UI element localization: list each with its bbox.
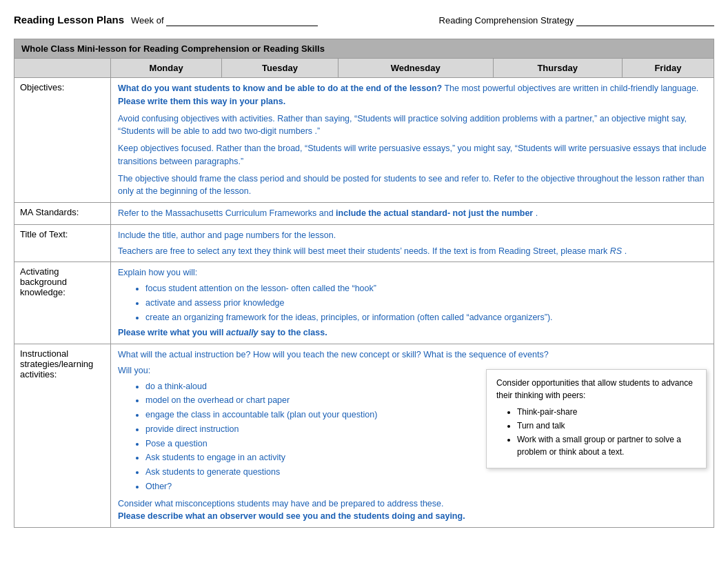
instructional-closing2: Please describe what an observer would s… [118,510,707,523]
title-text-row: Title of Text: Include the title, author… [14,224,714,262]
title-text-content: Include the title, author and page numbe… [111,224,714,262]
activating-bullet-3: create an organizing framework for the i… [145,311,707,324]
col-tuesday: Tuesday [222,59,338,78]
activating-row: Activating background knowledge: Explain… [14,262,714,344]
tooltip-intro: Consider opportunities that allow studen… [496,377,696,402]
tooltip-bullet-2: Turn and talk [517,419,696,432]
title-line2-end: . [625,246,627,256]
activating-closing: Please write what you will actually say … [118,326,707,339]
tooltip-bullet-1: Think-pair-share [517,406,696,418]
activating-closing-italic: actually [226,328,259,337]
col-wednesday: Wednesday [338,59,493,78]
objectives-content: What do you want students to know and be… [111,78,714,203]
col-monday: Monday [111,59,222,78]
page-header: Reading Lesson Plans Week of Reading Com… [14,14,714,26]
activating-content: Explain how you will: focus student atte… [111,262,714,344]
activating-bullet-2: activate and assess prior knowledge [145,297,707,310]
col-friday: Friday [622,59,714,78]
col-label [14,59,111,78]
title-line2: Teachers are free to select any text the… [118,246,610,256]
ma-standards-label: MA Standards: [14,203,111,225]
activating-label: Activating background knowledge: [14,262,111,344]
tooltip-bullet-3: Work with a small group or partner to so… [517,433,696,458]
ma-standards-row: MA Standards: Refer to the Massachusetts… [14,203,714,225]
instructional-row: Instructional strategies/learning activi… [14,344,714,528]
title-text-label: Title of Text: [14,224,111,262]
instructional-bullet-8: Other? [145,480,707,493]
objectives-para1: Avoid confusing objectives with activiti… [118,112,707,139]
objectives-para2: Keep objectives focused. Rather than the… [118,142,707,168]
instructional-inner: What will the actual instruction be? How… [118,348,707,523]
ma-standards-text: Refer to the Massachusetts Curriculum Fr… [118,208,336,218]
objectives-label: Objectives: [14,78,111,203]
activating-intro: Explain how you will: [118,266,707,279]
title-line2-italic: RS [610,246,622,256]
objectives-intro-rest: The most powerful objectives are written… [444,83,698,93]
ma-standards-content: Refer to the Massachusetts Curriculum Fr… [111,203,714,225]
objectives-row: Objectives: What do you want students to… [14,78,714,203]
title-line1: Include the title, author and page numbe… [118,229,707,242]
objectives-para3: The objective should frame the class per… [118,172,707,199]
page-title: Reading Lesson Plans [14,14,124,26]
ma-standards-end: . [536,208,538,218]
activating-bullets: focus student attention on the lesson- o… [118,282,707,324]
instructional-label: Instructional strategies/learning activi… [14,344,111,528]
tooltip-box: Consider opportunities that allow studen… [486,369,707,468]
instructional-content: What will the actual instruction be? How… [111,344,714,528]
activating-closing-bold: Please write what you will [118,328,226,337]
objectives-intro-emphasis: Please write them this way in your plans… [118,97,285,106]
objectives-intro-bold: What do you want students to know and be… [118,83,442,93]
tooltip-bullets: Think-pair-share Turn and talk Work with… [496,406,696,458]
title-line2-wrap: Teachers are free to select any text the… [118,245,707,258]
instructional-intro1: What will the actual instruction be? How… [118,348,707,362]
week-label: Week of [131,15,318,26]
activating-closing-end: say to the class. [261,328,327,337]
section-header: Whole Class Mini-lesson for Reading Comp… [14,39,714,59]
ma-standards-bold: include the actual standard- not just th… [336,208,533,218]
lesson-plan-table: Whole Class Mini-lesson for Reading Comp… [14,39,714,528]
col-thursday: Thursday [493,59,622,78]
strategy-label: Reading Comprehension Strategy [439,15,714,26]
instructional-closing1: Consider what misconceptions students ma… [118,497,707,511]
activating-bullet-1: focus student attention on the lesson- o… [145,282,707,295]
